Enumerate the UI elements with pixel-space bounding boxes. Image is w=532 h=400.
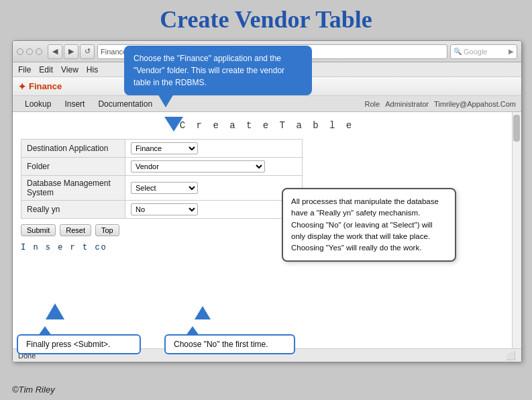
- dbms-select[interactable]: Select MySQL: [131, 182, 198, 194]
- scrollbar-thumb[interactable]: [513, 115, 520, 142]
- menu-view[interactable]: View: [61, 65, 78, 74]
- role-value: Administrator: [385, 100, 429, 108]
- submit-arrow-up: [46, 303, 64, 319]
- page-title: Create Vendor Table: [0, 0, 532, 36]
- search-bar[interactable]: 🔍 Google ▶: [450, 44, 517, 59]
- field-value-really: No Yes: [125, 201, 303, 219]
- finance-callout: Choose the "Finance" application and the…: [124, 46, 312, 95]
- safety-callout: All processes that manipulate the databa…: [282, 188, 456, 262]
- app-nav: Lookup Insert Documentation Role Adminis…: [13, 96, 521, 112]
- nav-lookup[interactable]: Lookup: [18, 98, 58, 110]
- app-icon: ✦: [18, 81, 26, 92]
- search-go-icon[interactable]: ▶: [509, 48, 514, 55]
- field-value-destination: Finance: [125, 140, 303, 158]
- table-row: Really yn No Yes: [21, 201, 303, 219]
- menu-edit[interactable]: Edit: [39, 65, 53, 74]
- nav-documentation[interactable]: Documentation: [91, 98, 159, 110]
- no-callout-text: Choose "No" the first time.: [174, 340, 268, 349]
- submit-callout: Finally press <Submit>.: [17, 334, 141, 354]
- search-icon: 🔍: [454, 48, 462, 55]
- status-icon: ⬜: [506, 351, 516, 360]
- table-row: Destination Application Finance: [21, 140, 303, 158]
- menu-file[interactable]: File: [18, 65, 31, 74]
- app-name: Finance: [29, 81, 62, 91]
- really-select[interactable]: No Yes: [131, 203, 198, 215]
- user-email: Timriley@Appahost.Com: [434, 100, 516, 108]
- reset-button[interactable]: Reset: [60, 224, 91, 236]
- forward-button[interactable]: ▶: [64, 44, 78, 59]
- field-label-destination: Destination Application: [21, 140, 125, 158]
- search-placeholder: Google: [464, 48, 487, 56]
- nav-insert[interactable]: Insert: [58, 98, 91, 110]
- browser-nav: ◀ ▶ ↺: [48, 44, 95, 59]
- field-label-folder: Folder: [21, 158, 125, 176]
- minimize-button[interactable]: [17, 48, 23, 55]
- submit-callout-text: Finally press <Submit>.: [26, 340, 110, 349]
- field-value-folder: Vendor: [125, 158, 303, 176]
- table-row: Folder Vendor: [21, 158, 303, 176]
- maximize-button[interactable]: [26, 48, 33, 55]
- table-row: Database Management System Select MySQL: [21, 176, 303, 201]
- finance-callout-text: Choose the "Finance" application and the…: [134, 54, 284, 87]
- no-arrow-up: [195, 306, 211, 319]
- submit-button[interactable]: Submit: [21, 224, 56, 236]
- folder-select[interactable]: Vendor: [131, 160, 265, 172]
- field-value-dbms: Select MySQL: [125, 176, 303, 201]
- field-label-really: Really yn: [21, 201, 125, 219]
- refresh-button[interactable]: ↺: [80, 44, 95, 59]
- back-button[interactable]: ◀: [48, 44, 62, 59]
- destination-select[interactable]: Finance: [131, 142, 198, 154]
- nav-role-area: Role Administrator Timriley@Appahost.Com: [365, 100, 516, 108]
- role-label: Role: [365, 100, 380, 108]
- finance-arrow-down: [164, 117, 183, 132]
- close-button[interactable]: [36, 48, 42, 55]
- scrollbar[interactable]: [512, 112, 521, 348]
- window-controls: [17, 48, 42, 55]
- menu-history[interactable]: His: [87, 65, 98, 74]
- form-table: Destination Application Finance Folder V…: [21, 139, 303, 219]
- no-callout: Choose "No" the first time.: [164, 334, 295, 354]
- create-table-header: C r e a t e T a b l e: [21, 117, 513, 134]
- copyright: ©Tim Riley: [12, 385, 55, 395]
- safety-callout-text: All processes that manipulate the databa…: [291, 197, 439, 252]
- field-label-dbms: Database Management System: [21, 176, 125, 201]
- address-text: Finance: [101, 48, 127, 56]
- top-button[interactable]: Top: [95, 224, 119, 236]
